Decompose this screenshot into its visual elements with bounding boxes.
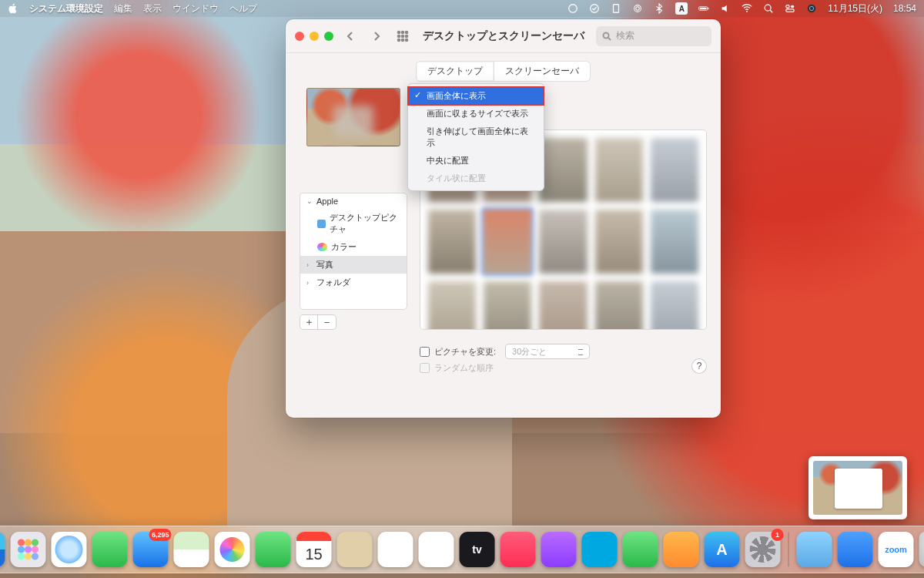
- photo-thumb[interactable]: [595, 138, 643, 202]
- dock-launchpad[interactable]: [11, 532, 46, 567]
- airplay-icon[interactable]: [632, 3, 643, 14]
- menubar-item-window[interactable]: ウインドウ: [172, 2, 219, 15]
- menubar-item-view[interactable]: 表示: [143, 2, 162, 15]
- zoom-button[interactable]: [324, 32, 333, 41]
- help-button[interactable]: ?: [691, 358, 707, 374]
- svg-point-8: [746, 11, 748, 12]
- scale-option-fit[interactable]: 画面に収まるサイズで表示: [408, 105, 544, 123]
- dock-finder[interactable]: [0, 532, 5, 567]
- dock-mail[interactable]: 6,295: [133, 532, 169, 567]
- scaling-menu: 画面全体に表示 画面に収まるサイズで表示 引き伸ばして画面全体に表示 中央に配置…: [407, 83, 544, 191]
- svg-line-26: [608, 38, 611, 40]
- titlebar: デスクトップとスクリーンセーバ 検索: [286, 19, 721, 53]
- apple-menu-icon[interactable]: [8, 3, 18, 14]
- photo-thumb[interactable]: [539, 210, 587, 274]
- menubar-date[interactable]: 11月15日(火): [828, 2, 882, 15]
- photo-thumb[interactable]: [484, 281, 531, 330]
- dock-pages[interactable]: [664, 532, 699, 567]
- photo-thumb[interactable]: [595, 210, 643, 274]
- photo-thumb[interactable]: [651, 281, 698, 330]
- random-order-checkbox[interactable]: ランダムな順序: [420, 362, 590, 374]
- change-frequency-select[interactable]: 30分ごと: [505, 344, 590, 359]
- dock-system-preferences[interactable]: 1: [745, 532, 781, 567]
- dock-contacts[interactable]: [337, 532, 373, 567]
- control-center-icon[interactable]: [785, 3, 795, 14]
- close-button[interactable]: [295, 32, 304, 41]
- change-picture-checkbox[interactable]: ピクチャを変更: 30分ごと: [420, 344, 590, 359]
- clipboard-icon[interactable]: [611, 3, 621, 14]
- search-placeholder: 検索: [616, 29, 634, 42]
- scale-option-fill[interactable]: 画面全体に表示: [408, 87, 544, 105]
- bluetooth-icon[interactable]: [654, 3, 665, 14]
- dock-music[interactable]: [500, 532, 536, 567]
- dock-keynote[interactable]: [838, 532, 873, 567]
- current-wallpaper-preview: [306, 88, 400, 146]
- status-icon-1[interactable]: [567, 3, 578, 14]
- svg-point-18: [406, 31, 408, 33]
- svg-point-19: [398, 35, 400, 37]
- forward-button[interactable]: [367, 27, 386, 45]
- scale-option-center[interactable]: 中央に配置: [408, 152, 544, 170]
- photo-thumb[interactable]: [539, 281, 587, 330]
- volume-icon[interactable]: [720, 3, 731, 14]
- svg-point-3: [634, 5, 641, 12]
- dock-podcasts[interactable]: [541, 532, 577, 567]
- back-button[interactable]: [341, 27, 360, 45]
- dock-primevideo[interactable]: [582, 532, 618, 567]
- scale-option-tile: タイル状に配置: [408, 170, 544, 187]
- minimize-button[interactable]: [310, 32, 319, 41]
- dock-messages[interactable]: [92, 532, 128, 567]
- svg-point-23: [402, 39, 404, 41]
- dock-notes[interactable]: [419, 532, 454, 567]
- tree-item-colors[interactable]: カラー: [300, 238, 407, 256]
- photo-thumb[interactable]: [428, 210, 476, 274]
- tab-screensaver[interactable]: スクリーンセーバ: [494, 62, 590, 81]
- folder-icon: [317, 220, 326, 228]
- dock-separator: [788, 533, 789, 566]
- photo-thumb-selected[interactable]: [484, 210, 531, 274]
- photo-thumb[interactable]: [651, 210, 698, 274]
- tree-item-desktop-pictures[interactable]: デスクトップピクチャ: [300, 209, 407, 238]
- status-icon-2[interactable]: [589, 3, 600, 14]
- show-all-button[interactable]: [393, 27, 412, 45]
- dock-calendar[interactable]: 15: [296, 532, 332, 567]
- remove-source-button[interactable]: −: [318, 314, 336, 330]
- dock-tv[interactable]: [460, 532, 495, 567]
- menubar-item-edit[interactable]: 編集: [114, 2, 132, 15]
- photo-thumb[interactable]: [428, 281, 476, 330]
- dock-trash[interactable]: [919, 532, 925, 567]
- options-footer: ピクチャを変更: 30分ごと ランダムな順序 ?: [286, 339, 721, 374]
- menubar-item-help[interactable]: ヘルプ: [229, 2, 257, 15]
- menubar-app-name[interactable]: システム環境設定: [29, 2, 103, 15]
- system-preferences-window: デスクトップとスクリーンセーバ 検索 デスクトップ スクリーンセーバ ⌄Appl…: [286, 19, 721, 418]
- dock-photos[interactable]: [215, 532, 250, 567]
- spotlight-icon[interactable]: [763, 3, 774, 14]
- tab-desktop[interactable]: デスクトップ: [417, 62, 494, 81]
- menubar-time[interactable]: 18:54: [893, 3, 916, 14]
- photo-thumb[interactable]: [651, 138, 698, 202]
- dock-maps[interactable]: [174, 532, 209, 567]
- screenshot-preview[interactable]: [808, 456, 907, 519]
- ime-indicator[interactable]: A: [675, 2, 688, 15]
- dock-numbers[interactable]: [623, 532, 658, 567]
- photo-thumb[interactable]: [539, 138, 587, 202]
- dock-safari[interactable]: [52, 532, 87, 567]
- dock-zoom[interactable]: zoom: [879, 532, 914, 567]
- window-title: デスクトップとスクリーンセーバ: [423, 29, 588, 43]
- dock-facetime[interactable]: [256, 532, 291, 567]
- tree-item-folders[interactable]: ›フォルダ: [300, 274, 407, 291]
- siri-icon[interactable]: [806, 3, 817, 14]
- dock-reminders[interactable]: [378, 532, 413, 567]
- tree-item-photos[interactable]: ›写真: [300, 256, 407, 274]
- scale-option-stretch[interactable]: 引き伸ばして画面全体に表示: [408, 123, 544, 152]
- dock-appstore[interactable]: [705, 532, 740, 567]
- svg-point-24: [406, 39, 408, 41]
- colors-icon: [317, 243, 327, 251]
- battery-icon[interactable]: [698, 3, 709, 14]
- tree-item-apple[interactable]: ⌄Apple: [300, 193, 407, 209]
- photo-thumb[interactable]: [595, 281, 643, 330]
- add-source-button[interactable]: ＋: [300, 314, 318, 330]
- search-field[interactable]: 検索: [596, 26, 711, 46]
- wifi-icon[interactable]: [742, 3, 752, 14]
- dock-downloads[interactable]: [797, 532, 832, 567]
